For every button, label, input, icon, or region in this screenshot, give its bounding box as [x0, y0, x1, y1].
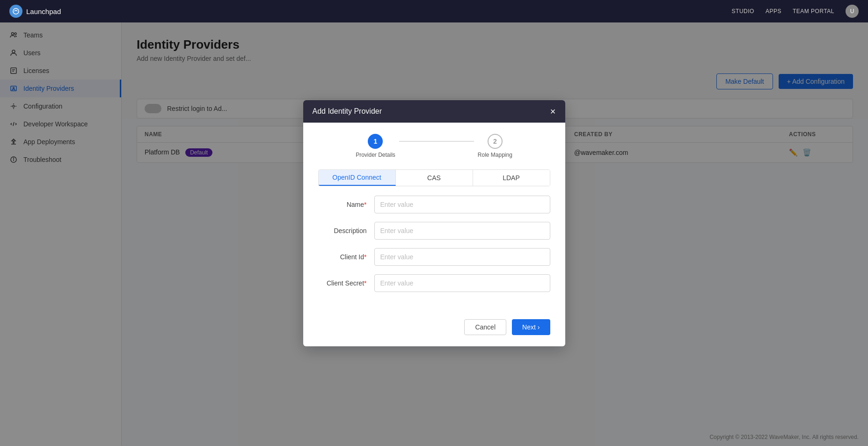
field-label-description: Description	[318, 227, 374, 234]
name-input[interactable]	[374, 196, 550, 213]
form-group-client-id: Client Id*	[318, 248, 550, 266]
next-button[interactable]: Next ›	[512, 319, 550, 335]
form-group-description: Description	[318, 222, 550, 240]
tab-ldap[interactable]: LDAP	[473, 170, 550, 186]
top-nav: Launchpad STUDIO APPS TEAM PORTAL U	[0, 0, 868, 22]
step-1-circle: 1	[368, 134, 383, 149]
cancel-button[interactable]: Cancel	[464, 319, 506, 335]
step-1: 1 Provider Details	[356, 134, 395, 158]
next-arrow-icon: ›	[538, 323, 540, 331]
tab-openid-connect[interactable]: OpenID Connect	[319, 170, 396, 186]
modal-body: 1 Provider Details 2 Role Mapping OpenID…	[303, 123, 565, 312]
modal-header: Add Identity Provider ×	[303, 100, 565, 123]
step-1-label: Provider Details	[356, 152, 395, 158]
required-indicator-name: *	[364, 201, 366, 208]
field-label-name: Name*	[318, 201, 374, 208]
stepper: 1 Provider Details 2 Role Mapping	[318, 134, 550, 158]
top-nav-links: STUDIO APPS TEAM PORTAL U	[732, 5, 859, 18]
required-indicator-secret: *	[364, 279, 366, 287]
add-identity-provider-modal: Add Identity Provider × 1 Provider Detai…	[303, 100, 565, 346]
brand-icon	[9, 5, 22, 18]
brand: Launchpad	[9, 5, 61, 18]
required-indicator-clientid: *	[364, 253, 366, 261]
field-label-client-id: Client Id*	[318, 253, 374, 261]
modal-footer: Cancel Next ›	[303, 312, 565, 346]
nav-studio[interactable]: STUDIO	[732, 8, 754, 15]
description-input[interactable]	[374, 222, 550, 240]
client-id-input[interactable]	[374, 248, 550, 266]
field-label-client-secret: Client Secret*	[318, 279, 374, 287]
form-group-name: Name*	[318, 196, 550, 213]
modal-close-button[interactable]: ×	[550, 107, 556, 116]
step-2: 2 Role Mapping	[478, 134, 512, 158]
tab-cas[interactable]: CAS	[396, 170, 473, 186]
step-2-label: Role Mapping	[478, 152, 512, 158]
form-group-client-secret: Client Secret*	[318, 274, 550, 292]
modal-title: Add Identity Provider	[313, 107, 382, 116]
client-secret-input[interactable]	[374, 274, 550, 292]
avatar[interactable]: U	[846, 5, 859, 18]
nav-team-portal[interactable]: TEAM PORTAL	[793, 8, 834, 15]
step-line	[399, 141, 474, 142]
nav-apps[interactable]: APPS	[766, 8, 781, 15]
step-2-circle: 2	[488, 134, 503, 149]
next-label: Next	[522, 323, 536, 331]
svg-point-0	[13, 8, 19, 14]
provider-type-tabs: OpenID Connect CAS LDAP	[318, 169, 550, 186]
brand-label: Launchpad	[26, 7, 61, 15]
